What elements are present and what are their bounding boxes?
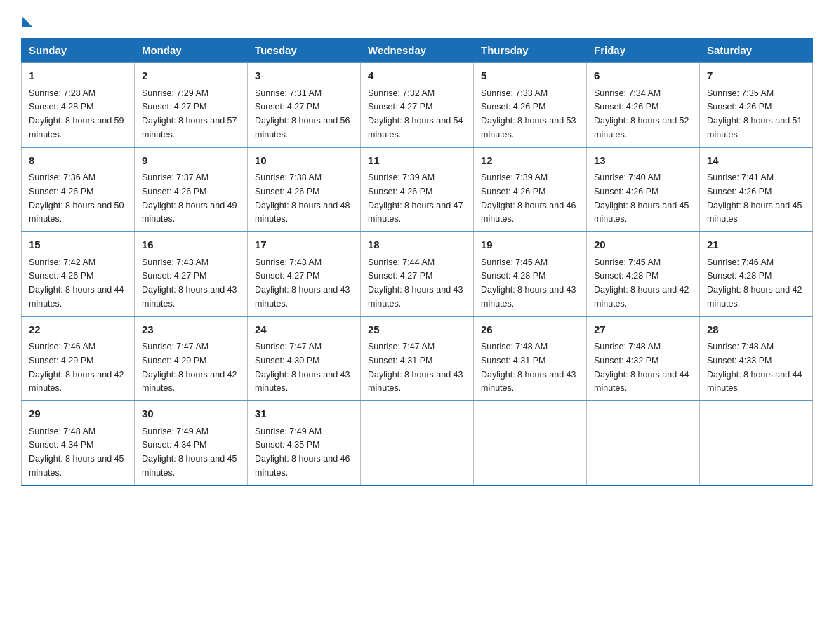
day-sunset: Sunset: 4:32 PM xyxy=(594,356,658,365)
day-sunrise: Sunrise: 7:41 AM xyxy=(707,173,774,182)
calendar-header-sunday: Sunday xyxy=(22,39,135,63)
day-daylight: Daylight: 8 hours and 43 minutes. xyxy=(368,285,463,309)
calendar-table: SundayMondayTuesdayWednesdayThursdayFrid… xyxy=(21,38,813,486)
calendar-cell: 17 Sunrise: 7:43 AM Sunset: 4:27 PM Dayl… xyxy=(248,232,361,316)
calendar-cell xyxy=(587,401,700,485)
day-sunrise: Sunrise: 7:39 AM xyxy=(368,173,435,182)
day-sunset: Sunset: 4:27 PM xyxy=(142,271,206,281)
day-sunrise: Sunrise: 7:37 AM xyxy=(142,173,208,182)
day-sunset: Sunset: 4:26 PM xyxy=(707,187,772,196)
day-sunset: Sunset: 4:26 PM xyxy=(481,102,545,112)
day-daylight: Daylight: 8 hours and 54 minutes. xyxy=(368,116,463,140)
day-number: 5 xyxy=(481,68,579,84)
day-daylight: Daylight: 8 hours and 59 minutes. xyxy=(29,116,124,140)
day-sunset: Sunset: 4:26 PM xyxy=(707,102,772,112)
calendar-header-saturday: Saturday xyxy=(700,39,813,63)
day-number: 30 xyxy=(142,406,240,422)
day-sunset: Sunset: 4:28 PM xyxy=(29,102,93,112)
day-daylight: Daylight: 8 hours and 47 minutes. xyxy=(368,201,463,224)
calendar-cell xyxy=(361,401,474,485)
day-sunset: Sunset: 4:29 PM xyxy=(29,356,93,365)
day-sunset: Sunset: 4:28 PM xyxy=(707,271,772,281)
calendar-cell: 29 Sunrise: 7:48 AM Sunset: 4:34 PM Dayl… xyxy=(22,401,135,485)
day-daylight: Daylight: 8 hours and 46 minutes. xyxy=(255,454,350,478)
calendar-week-row: 1 Sunrise: 7:28 AM Sunset: 4:28 PM Dayli… xyxy=(22,62,813,147)
day-number: 8 xyxy=(29,153,127,169)
logo xyxy=(21,14,32,25)
logo-arrow-icon xyxy=(22,17,32,27)
day-sunset: Sunset: 4:27 PM xyxy=(142,102,206,112)
day-sunrise: Sunrise: 7:32 AM xyxy=(368,88,435,98)
calendar-cell: 7 Sunrise: 7:35 AM Sunset: 4:26 PM Dayli… xyxy=(700,62,813,147)
day-daylight: Daylight: 8 hours and 42 minutes. xyxy=(142,370,237,394)
day-number: 28 xyxy=(707,322,805,338)
day-number: 14 xyxy=(707,153,805,169)
page-header xyxy=(21,14,813,25)
calendar-cell: 25 Sunrise: 7:47 AM Sunset: 4:31 PM Dayl… xyxy=(361,316,474,401)
day-sunset: Sunset: 4:26 PM xyxy=(368,187,432,196)
day-daylight: Daylight: 8 hours and 43 minutes. xyxy=(481,370,576,394)
day-number: 25 xyxy=(368,322,466,338)
day-sunrise: Sunrise: 7:36 AM xyxy=(29,173,95,182)
calendar-cell: 23 Sunrise: 7:47 AM Sunset: 4:29 PM Dayl… xyxy=(135,316,248,401)
calendar-cell: 19 Sunrise: 7:45 AM Sunset: 4:28 PM Dayl… xyxy=(474,232,587,316)
calendar-cell: 21 Sunrise: 7:46 AM Sunset: 4:28 PM Dayl… xyxy=(700,232,813,316)
day-sunset: Sunset: 4:27 PM xyxy=(255,102,319,112)
day-sunrise: Sunrise: 7:31 AM xyxy=(255,88,322,98)
calendar-cell: 13 Sunrise: 7:40 AM Sunset: 4:26 PM Dayl… xyxy=(587,147,700,232)
calendar-header-monday: Monday xyxy=(135,39,248,63)
day-sunset: Sunset: 4:26 PM xyxy=(255,187,319,196)
calendar-cell: 9 Sunrise: 7:37 AM Sunset: 4:26 PM Dayli… xyxy=(135,147,248,232)
day-sunrise: Sunrise: 7:34 AM xyxy=(594,88,661,98)
day-daylight: Daylight: 8 hours and 43 minutes. xyxy=(255,285,350,309)
day-daylight: Daylight: 8 hours and 44 minutes. xyxy=(594,370,689,394)
calendar-week-row: 29 Sunrise: 7:48 AM Sunset: 4:34 PM Dayl… xyxy=(22,401,813,485)
calendar-cell: 16 Sunrise: 7:43 AM Sunset: 4:27 PM Dayl… xyxy=(135,232,248,316)
calendar-week-row: 22 Sunrise: 7:46 AM Sunset: 4:29 PM Dayl… xyxy=(22,316,813,401)
day-daylight: Daylight: 8 hours and 51 minutes. xyxy=(707,116,802,140)
day-daylight: Daylight: 8 hours and 45 minutes. xyxy=(142,454,237,478)
day-sunset: Sunset: 4:26 PM xyxy=(481,187,545,196)
day-sunrise: Sunrise: 7:46 AM xyxy=(29,342,95,351)
day-sunrise: Sunrise: 7:48 AM xyxy=(481,342,548,351)
calendar-cell: 28 Sunrise: 7:48 AM Sunset: 4:33 PM Dayl… xyxy=(700,316,813,401)
day-number: 17 xyxy=(255,237,353,253)
calendar-cell: 24 Sunrise: 7:47 AM Sunset: 4:30 PM Dayl… xyxy=(248,316,361,401)
day-number: 31 xyxy=(255,406,353,422)
day-number: 7 xyxy=(707,68,805,84)
day-sunrise: Sunrise: 7:47 AM xyxy=(255,342,322,351)
day-number: 10 xyxy=(255,153,353,169)
day-number: 11 xyxy=(368,153,466,169)
day-sunrise: Sunrise: 7:42 AM xyxy=(29,257,95,267)
day-daylight: Daylight: 8 hours and 43 minutes. xyxy=(368,370,463,394)
day-sunrise: Sunrise: 7:28 AM xyxy=(29,88,95,98)
day-daylight: Daylight: 8 hours and 45 minutes. xyxy=(707,201,802,224)
calendar-week-row: 15 Sunrise: 7:42 AM Sunset: 4:26 PM Dayl… xyxy=(22,232,813,316)
calendar-week-row: 8 Sunrise: 7:36 AM Sunset: 4:26 PM Dayli… xyxy=(22,147,813,232)
calendar-header-thursday: Thursday xyxy=(474,39,587,63)
calendar-cell xyxy=(474,401,587,485)
day-sunrise: Sunrise: 7:47 AM xyxy=(368,342,435,351)
day-number: 9 xyxy=(142,153,240,169)
day-sunset: Sunset: 4:31 PM xyxy=(481,356,545,365)
day-sunset: Sunset: 4:33 PM xyxy=(707,356,772,365)
day-number: 3 xyxy=(255,68,353,84)
calendar-cell: 31 Sunrise: 7:49 AM Sunset: 4:35 PM Dayl… xyxy=(248,401,361,485)
calendar-cell: 12 Sunrise: 7:39 AM Sunset: 4:26 PM Dayl… xyxy=(474,147,587,232)
day-sunrise: Sunrise: 7:40 AM xyxy=(594,173,661,182)
day-sunrise: Sunrise: 7:48 AM xyxy=(707,342,774,351)
day-daylight: Daylight: 8 hours and 42 minutes. xyxy=(29,370,124,394)
day-daylight: Daylight: 8 hours and 52 minutes. xyxy=(594,116,689,140)
calendar-cell: 6 Sunrise: 7:34 AM Sunset: 4:26 PM Dayli… xyxy=(587,62,700,147)
calendar-cell: 22 Sunrise: 7:46 AM Sunset: 4:29 PM Dayl… xyxy=(22,316,135,401)
day-sunrise: Sunrise: 7:33 AM xyxy=(481,88,548,98)
calendar-cell: 1 Sunrise: 7:28 AM Sunset: 4:28 PM Dayli… xyxy=(22,62,135,147)
day-daylight: Daylight: 8 hours and 53 minutes. xyxy=(481,116,576,140)
calendar-cell: 10 Sunrise: 7:38 AM Sunset: 4:26 PM Dayl… xyxy=(248,147,361,232)
calendar-cell xyxy=(700,401,813,485)
day-sunrise: Sunrise: 7:47 AM xyxy=(142,342,208,351)
day-number: 26 xyxy=(481,322,579,338)
day-daylight: Daylight: 8 hours and 43 minutes. xyxy=(142,285,237,309)
day-sunrise: Sunrise: 7:46 AM xyxy=(707,257,774,267)
day-daylight: Daylight: 8 hours and 46 minutes. xyxy=(481,201,576,224)
